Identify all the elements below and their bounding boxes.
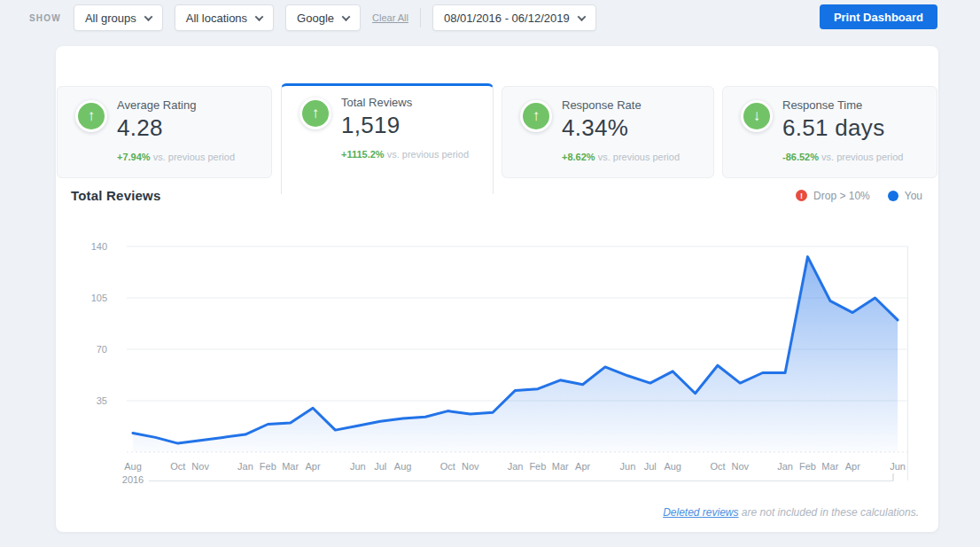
x-tick-label: Nov (732, 461, 750, 472)
x-tick-label: Feb (529, 461, 546, 472)
kpi-label: Total Reviews (341, 96, 469, 109)
footnote-text: are not included in these calculations. (739, 506, 919, 519)
trend-down-icon: ↓ (741, 100, 773, 132)
chevron-down-icon (577, 12, 586, 21)
locations-dropdown[interactable]: All locations (175, 4, 274, 31)
x-tick-label: Oct (710, 461, 725, 472)
x-tick-label: Nov (191, 461, 209, 472)
kpi-value: 4.34% (562, 114, 680, 142)
source-dropdown[interactable]: Google (285, 4, 361, 31)
x-tick-label: Apr (845, 461, 860, 472)
x-tick-label: Feb (260, 461, 276, 472)
show-label: SHOW (29, 13, 61, 23)
kpi-value: 4.28 (117, 114, 235, 142)
x-tick-label: Oct (440, 461, 455, 472)
kpi-delta-suffix: vs. previous period (153, 152, 235, 162)
y-tick-label: 105 (82, 293, 107, 303)
source-dropdown-value: Google (297, 12, 334, 25)
locations-dropdown-value: All locations (186, 12, 247, 25)
x-axis-year-label: 2016 (122, 474, 144, 485)
x-tick-label: Jul (644, 461, 657, 472)
x-tick-label: Aug (124, 461, 142, 472)
groups-dropdown-value: All groups (85, 12, 136, 25)
trend-up-icon: ↑ (520, 100, 552, 132)
kpi-delta-suffix: vs. previous period (821, 152, 903, 162)
x-tick-label: Mar (552, 461, 569, 472)
x-tick-label: Jul (374, 461, 386, 472)
x-tick-label: Oct (170, 461, 185, 472)
kpi-delta: -86.52% (782, 152, 819, 162)
kpi-delta-suffix: vs. previous period (598, 152, 680, 162)
x-tick-label: Jan (777, 461, 793, 472)
x-tick-label: Jun (890, 461, 906, 472)
kpi-label: Average Rating (117, 98, 235, 112)
trend-up-icon: ↑ (75, 100, 107, 132)
x-tick-label: Jan (237, 461, 253, 472)
dashboard-panel: ↑ Average Rating 4.28 +7.94% vs. previou… (56, 46, 938, 532)
kpi-value: 1,519 (341, 112, 469, 139)
x-tick-label: Apr (575, 461, 590, 472)
kpi-label: Response Rate (562, 98, 680, 112)
dot-icon (888, 191, 898, 201)
kpi-delta: +7.94% (117, 152, 151, 162)
alert-circle-icon: ! (796, 190, 807, 201)
groups-dropdown[interactable]: All groups (74, 4, 163, 31)
x-axis-labels: AugOctNovJanFebMarAprJunJulAugOctNovJanF… (127, 461, 908, 475)
kpi-delta: +1115.2% (341, 149, 385, 160)
x-tick-label: Mar (282, 461, 299, 472)
x-tick-label: Aug (664, 461, 681, 472)
legend-you-label: You (905, 190, 922, 202)
trend-up-icon: ↑ (299, 98, 331, 129)
date-range-value: 08/01/2016 - 06/12/2019 (444, 12, 570, 25)
date-range-picker[interactable]: 08/01/2016 - 06/12/2019 (432, 4, 596, 31)
clear-all-link[interactable]: Clear All (372, 12, 408, 23)
deleted-reviews-link[interactable]: Deleted reviews (663, 506, 738, 519)
divider (420, 8, 421, 27)
y-tick-label: 35 (82, 395, 107, 406)
print-dashboard-button[interactable]: Print Dashboard (820, 4, 937, 29)
kpi-card-response-rate[interactable]: ↑ Response Rate 4.34% +8.62% vs. previou… (502, 86, 714, 178)
chart-legend: ! Drop > 10% You (796, 190, 922, 202)
kpi-card-total-reviews[interactable]: ↑ Total Reviews 1,519 +1115.2% vs. previ… (281, 83, 494, 194)
x-tick-label: Mar (821, 461, 838, 472)
kpi-delta-suffix: vs. previous period (387, 149, 469, 160)
y-tick-label: 140 (82, 241, 107, 252)
total-reviews-area-chart (127, 238, 908, 486)
kpi-value: 6.51 days (782, 114, 903, 142)
x-tick-label: Apr (305, 461, 320, 472)
kpi-card-average-rating[interactable]: ↑ Average Rating 4.28 +7.94% vs. previou… (57, 86, 272, 178)
kpi-label: Response Time (782, 98, 903, 112)
y-tick-label: 70 (82, 344, 107, 355)
chevron-down-icon (342, 12, 351, 21)
x-tick-label: Jun (620, 461, 636, 472)
chart-footnote: Deleted reviews are not included in thes… (663, 506, 919, 519)
x-tick-label: Aug (394, 461, 412, 472)
legend-drop-label: Drop > 10% (813, 190, 870, 202)
kpi-delta: +8.62% (562, 152, 595, 162)
chevron-down-icon (144, 12, 152, 21)
x-tick-label: Jan (508, 461, 524, 472)
x-tick-label: Nov (462, 461, 479, 472)
x-tick-label: Jun (350, 461, 366, 472)
chart-header: Total Reviews ! Drop > 10% You (71, 188, 922, 203)
chart-title: Total Reviews (71, 188, 161, 203)
filter-bar: SHOW All groups All locations Google Cle… (29, 4, 608, 32)
kpi-card-response-time[interactable]: ↓ Response Time 6.51 days -86.52% vs. pr… (722, 86, 937, 178)
chevron-down-icon (255, 12, 264, 21)
x-tick-label: Feb (799, 461, 816, 472)
